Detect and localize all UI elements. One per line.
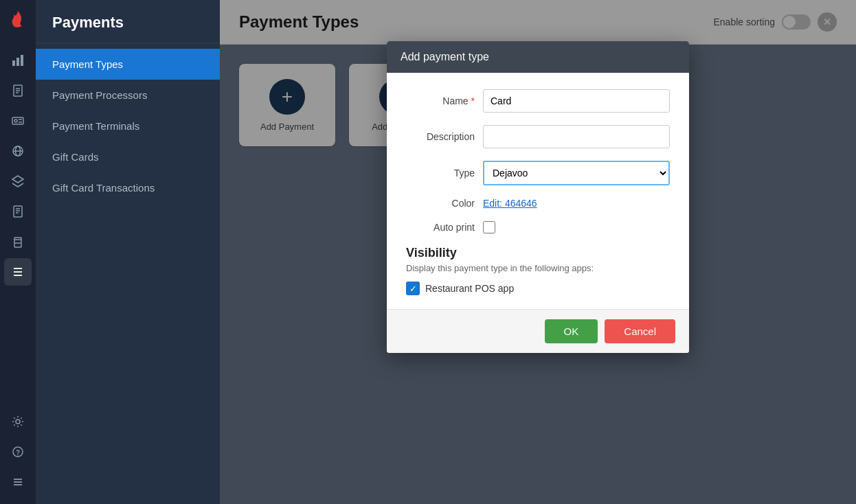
modal-overlay: Add payment type Name * Description Type… [220, 0, 856, 504]
description-row: Description [406, 125, 670, 148]
description-label: Description [406, 131, 475, 142]
sidebar-nav: Payment Types Payment Processors Payment… [36, 43, 220, 209]
modal-body: Name * Description Type Dejavoo Cash Cre… [387, 73, 689, 309]
svg-rect-1 [16, 58, 19, 66]
rail-icon-help[interactable]: ? [4, 438, 32, 466]
auto-print-label: Auto print [406, 222, 475, 233]
modal-header: Add payment type [387, 41, 689, 73]
rail-icon-gear[interactable] [4, 408, 32, 435]
restaurant-pos-checkbox[interactable]: ✓ [406, 282, 420, 295]
visibility-title: Visibility [406, 246, 670, 260]
required-asterisk: * [471, 95, 475, 106]
svg-marker-14 [12, 176, 23, 183]
type-label: Type [406, 168, 475, 179]
svg-rect-0 [12, 60, 15, 66]
name-row: Name * [406, 89, 670, 113]
svg-text:?: ? [16, 449, 20, 457]
name-input[interactable] [483, 89, 670, 113]
sidebar-item-gift-card-transactions[interactable]: Gift Card Transactions [36, 172, 220, 203]
sidebar-item-payment-terminals[interactable]: Payment Terminals [36, 111, 220, 141]
svg-point-26 [16, 420, 20, 424]
visibility-desc: Display this payment type in the followi… [406, 263, 670, 273]
sidebar: Payments Payment Types Payment Processor… [36, 0, 220, 504]
svg-point-8 [14, 119, 17, 122]
name-label: Name * [406, 95, 475, 106]
rail-icon-id-card[interactable] [4, 107, 32, 135]
svg-rect-19 [14, 243, 21, 247]
rail-icon-menu-bottom[interactable] [4, 468, 32, 496]
rail-icon-chart[interactable] [4, 47, 32, 74]
rail-icon-printer[interactable] [4, 228, 32, 255]
main-content: Payment Types Enable sorting ✕ + Add Pay… [220, 0, 856, 504]
sidebar-item-gift-cards[interactable]: Gift Cards [36, 141, 220, 172]
color-edit-link[interactable]: Edit: 464646 [483, 198, 537, 209]
ok-button[interactable]: OK [545, 319, 598, 343]
color-label: Color [406, 198, 475, 209]
visibility-item-pos: ✓ Restaurant POS app [406, 282, 670, 295]
color-row: Color Edit: 464646 [406, 198, 670, 209]
description-input[interactable] [483, 125, 670, 148]
cancel-button[interactable]: Cancel [605, 319, 675, 343]
visibility-section: Visibility Display this payment type in … [406, 246, 670, 295]
svg-rect-2 [21, 55, 23, 66]
rail-icon-receipt[interactable] [4, 198, 32, 225]
app-logo[interactable] [5, 8, 30, 33]
rail-icon-layers[interactable] [4, 168, 32, 195]
svg-rect-15 [14, 206, 22, 217]
restaurant-pos-label: Restaurant POS app [425, 283, 514, 294]
rail-icon-doc[interactable] [4, 77, 32, 104]
sidebar-title: Payments [36, 0, 220, 43]
type-row: Type Dejavoo Cash Credit Other [406, 161, 670, 185]
icon-rail: ? [0, 0, 36, 504]
add-payment-type-modal: Add payment type Name * Description Type… [387, 41, 689, 353]
auto-print-checkbox[interactable] [483, 221, 495, 233]
modal-footer: OK Cancel [387, 309, 689, 353]
sidebar-item-payment-types[interactable]: Payment Types [36, 49, 220, 80]
rail-icon-list[interactable] [4, 258, 32, 286]
rail-icon-globe[interactable] [4, 137, 32, 165]
sidebar-item-payment-processors[interactable]: Payment Processors [36, 80, 220, 111]
auto-print-row: Auto print [406, 221, 670, 233]
type-select[interactable]: Dejavoo Cash Credit Other [483, 161, 670, 185]
